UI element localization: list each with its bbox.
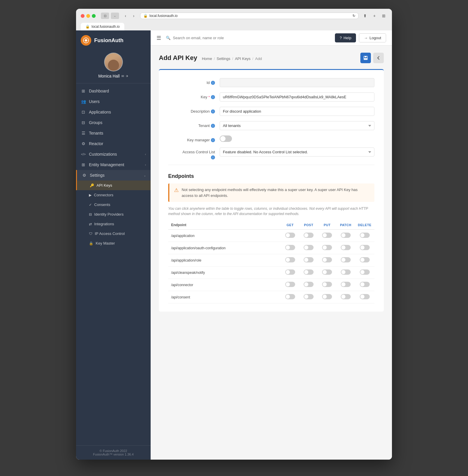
mini-toggle-get[interactable] (285, 269, 295, 275)
tenant-info-icon[interactable]: i (211, 124, 215, 128)
sidebar-item-settings[interactable]: ⚙ Settings ⌄ (76, 170, 151, 181)
breadcrumb-home[interactable]: Home (202, 56, 212, 61)
sidebar-item-entity-management[interactable]: ⊞ Entity Management ‹ (76, 159, 151, 170)
mini-toggle-post[interactable] (304, 233, 314, 238)
sidebar-item-customizations[interactable]: </> Customizations ‹ (76, 149, 151, 159)
col-header-post[interactable]: POST (300, 221, 318, 230)
toggle-delete[interactable] (355, 230, 374, 242)
mini-toggle-patch[interactable] (341, 257, 351, 262)
mini-toggle-post[interactable] (304, 245, 314, 250)
description-input[interactable] (220, 107, 374, 116)
mini-toggle-post[interactable] (304, 294, 314, 299)
traffic-light-green[interactable] (92, 14, 96, 18)
breadcrumb-settings[interactable]: Settings (217, 56, 230, 61)
toggle-put[interactable] (318, 279, 336, 291)
new-tab-btn[interactable]: + (371, 12, 378, 19)
sidebar-toggle-btn[interactable]: ⊡ (101, 13, 109, 19)
table-row[interactable]: /api/application/role (168, 254, 374, 267)
key-manager-toggle[interactable] (220, 135, 232, 142)
toggle-patch[interactable] (336, 254, 355, 267)
refresh-icon[interactable]: ↻ (352, 14, 355, 18)
mini-toggle-delete[interactable] (360, 245, 370, 250)
mini-toggle-put[interactable] (322, 233, 332, 238)
mini-toggle-delete[interactable] (360, 282, 370, 287)
toggle-put[interactable] (318, 230, 336, 242)
sidebar-subitem-consents[interactable]: ✓ Consents (76, 200, 151, 209)
user-navigate-icon[interactable]: ✈ (126, 74, 128, 78)
key-info-icon[interactable]: i (211, 95, 215, 99)
toggle-patch[interactable] (336, 230, 355, 242)
back-btn[interactable]: ‹ (122, 12, 129, 19)
toggle-post[interactable] (300, 291, 318, 303)
toggle-patch[interactable] (336, 291, 355, 303)
mini-toggle-put[interactable] (322, 257, 332, 262)
address-bar[interactable]: 🔒 local.fusionauth.io ↻ (140, 13, 359, 19)
table-row[interactable]: /api/application/oauth-configuration (168, 242, 374, 254)
search-input[interactable] (173, 36, 330, 40)
mini-toggle-get[interactable] (285, 257, 295, 262)
toggle-put[interactable] (318, 242, 336, 254)
id-input[interactable] (220, 78, 374, 87)
mini-toggle-delete[interactable] (360, 233, 370, 238)
col-header-delete[interactable]: DELETE (355, 221, 374, 230)
toggle-post[interactable] (300, 254, 318, 267)
toggle-put[interactable] (318, 254, 336, 267)
toggle-get[interactable] (281, 242, 299, 254)
toggle-put[interactable] (318, 291, 336, 303)
user-edit-icon[interactable]: ✉ (121, 74, 124, 78)
mini-toggle-put[interactable] (322, 282, 332, 287)
sidebar-subitem-integrations[interactable]: ⇄ Integrations (76, 219, 151, 229)
toggle-get[interactable] (281, 267, 299, 279)
mini-toggle-post[interactable] (304, 269, 314, 275)
sidebar-item-reactor[interactable]: ⚙ Reactor (76, 138, 151, 149)
toggle-get[interactable] (281, 254, 299, 267)
mini-toggle-patch[interactable] (341, 269, 351, 275)
col-header-put[interactable]: PUT (318, 221, 336, 230)
toggle-delete[interactable] (355, 279, 374, 291)
toggle-get[interactable] (281, 291, 299, 303)
mini-toggle-put[interactable] (322, 269, 332, 275)
sidebar-item-applications[interactable]: ⊡ Applications (76, 107, 151, 117)
breadcrumb-api-keys[interactable]: API Keys (235, 56, 250, 61)
sidebar-subitem-key-master[interactable]: 🔒 Key Master (76, 238, 151, 248)
sidebar-expand-btn[interactable]: ⌄ (111, 13, 119, 19)
logout-button[interactable]: → Logout (359, 33, 386, 42)
sidebar-subitem-api-keys[interactable]: 🔑 API Keys (76, 181, 151, 190)
mini-toggle-get[interactable] (285, 294, 295, 299)
mini-toggle-delete[interactable] (360, 294, 370, 299)
key-manager-info-icon[interactable]: i (211, 138, 215, 142)
toggle-delete[interactable] (355, 267, 374, 279)
table-row[interactable]: /api/consent (168, 291, 374, 303)
access-control-select[interactable]: Feature disabled. No Access Control List… (220, 147, 374, 157)
toggle-post[interactable] (300, 230, 318, 242)
toggle-patch[interactable] (336, 242, 355, 254)
back-action-button[interactable] (373, 53, 384, 63)
mini-toggle-get[interactable] (285, 233, 295, 238)
toggle-delete[interactable] (355, 291, 374, 303)
toggle-post[interactable] (300, 242, 318, 254)
key-input[interactable] (220, 92, 374, 102)
mini-toggle-post[interactable] (304, 282, 314, 287)
mini-toggle-put[interactable] (322, 294, 332, 299)
help-button[interactable]: ? Help (335, 33, 356, 42)
hamburger-icon[interactable]: ☰ (156, 35, 161, 41)
toggle-patch[interactable] (336, 267, 355, 279)
mini-toggle-get[interactable] (285, 282, 295, 287)
toggle-get[interactable] (281, 279, 299, 291)
sidebar-subitem-ip-access-control[interactable]: 🛡 IP Access Control (76, 229, 151, 238)
mini-toggle-patch[interactable] (341, 233, 351, 238)
toggle-post[interactable] (300, 279, 318, 291)
tenant-select[interactable]: All tenants (220, 121, 374, 130)
table-row[interactable]: /api/cleanspeak/notify (168, 267, 374, 279)
sidebar-subitem-connectors[interactable]: ▶ Connectors (76, 190, 151, 200)
toggle-post[interactable] (300, 267, 318, 279)
mini-toggle-delete[interactable] (360, 257, 370, 262)
toggle-delete[interactable] (355, 254, 374, 267)
toggle-put[interactable] (318, 267, 336, 279)
description-info-icon[interactable]: i (211, 109, 215, 114)
sidebar-item-tenants[interactable]: ☰ Tenants (76, 128, 151, 138)
col-header-patch[interactable]: PATCH (336, 221, 355, 230)
mini-toggle-patch[interactable] (341, 245, 351, 250)
mini-toggle-post[interactable] (304, 257, 314, 262)
table-row[interactable]: /api/application (168, 230, 374, 242)
